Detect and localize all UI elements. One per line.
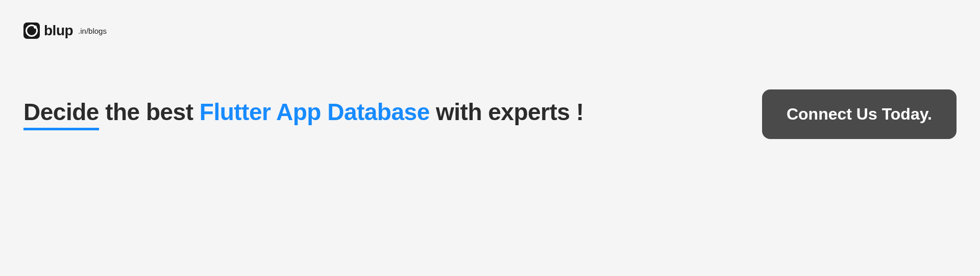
headline-text-1: the best bbox=[99, 99, 200, 125]
headline-highlight: Flutter App Database bbox=[200, 99, 430, 125]
brand-name: blup bbox=[44, 22, 73, 39]
header: blup .in/blogs bbox=[23, 22, 107, 39]
connect-us-button[interactable]: Connect Us Today. bbox=[762, 89, 957, 139]
brand-suffix: .in/blogs bbox=[78, 27, 107, 35]
main-content: Decide the best Flutter App Database wit… bbox=[23, 89, 957, 139]
headline-underlined-word: Decide bbox=[23, 98, 99, 130]
headline-text-2: with experts ! bbox=[430, 99, 584, 125]
blup-logo-icon bbox=[23, 22, 40, 39]
headline: Decide the best Flutter App Database wit… bbox=[23, 98, 584, 130]
